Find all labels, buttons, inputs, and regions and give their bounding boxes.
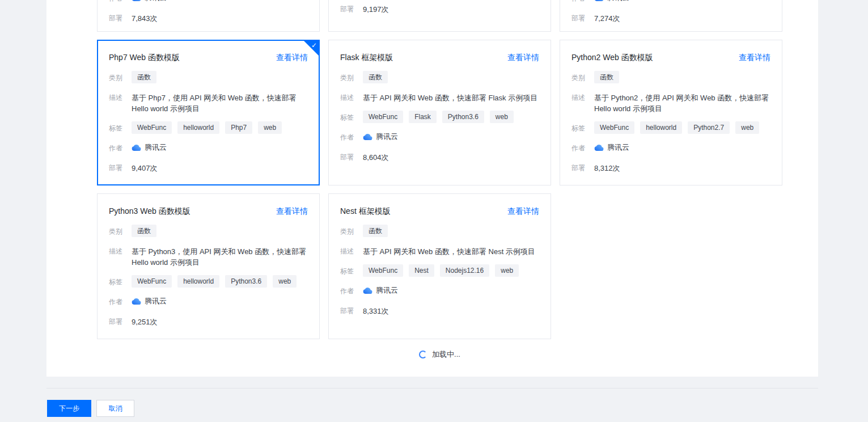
deploys-row: 部署 9,251次 [109, 317, 308, 327]
tag-chip: WebFunc [594, 121, 634, 134]
author-row: 作者 腾讯云 [340, 132, 539, 143]
author-label: 作者 [109, 297, 132, 307]
card-title: Python2 Web 函数模版 [571, 52, 653, 63]
view-details-link[interactable]: 查看详情 [507, 52, 539, 63]
author-label: 作者 [340, 132, 363, 143]
view-details-link[interactable]: 查看详情 [739, 52, 770, 63]
tag-chip: Flask [409, 111, 437, 123]
card-title: Nest 框架模版 [340, 205, 391, 217]
author-row: 作者 腾讯云 [109, 0, 308, 4]
deploys-label: 部署 [109, 163, 132, 174]
category-row: 类别 函数 [340, 226, 539, 237]
author-name: 腾讯云 [607, 142, 629, 153]
deploys-count: 9,251次 [132, 317, 158, 327]
partial-template-card-3[interactable]: 作者 腾讯云 部署 7,274次 [560, 0, 782, 32]
loading-indicator: 加载中... [97, 349, 782, 360]
tencent-cloud-icon [363, 133, 372, 141]
description-text: 基于 API 网关和 Web 函数，快速部署 Nest 示例项目 [363, 246, 535, 257]
author-value: 腾讯云 [594, 0, 629, 3]
tags-label: 标签 [109, 277, 132, 288]
description-label: 描述 [109, 246, 132, 257]
partial-card-content: 作者 腾讯云 部署 7,843次 [109, 0, 308, 24]
next-step-button[interactable]: 下一步 [47, 400, 91, 417]
content-panel: 作者 腾讯云 部署 7,843次 部署 9,197次 [46, 0, 818, 377]
author-label: 作者 [571, 0, 594, 4]
deploys-count: 8,604次 [363, 152, 389, 163]
deploys-label: 部署 [340, 152, 363, 163]
tag-chip: Python3.6 [442, 111, 484, 123]
template-card-5[interactable]: ✓ Nest 框架模版 查看详情 类别 函数 描述 基于 API 网关和 Web… [328, 193, 551, 339]
card-header: Python2 Web 函数模版 查看详情 [571, 52, 770, 63]
tag-chip-list: WebFunchelloworldPython2.7web [594, 121, 759, 134]
footer-divider [46, 388, 818, 389]
view-details-link[interactable]: 查看详情 [276, 205, 308, 217]
author-value: 腾讯云 [132, 0, 167, 3]
deploys-row: 部署 9,197次 [340, 4, 539, 15]
deploys-row: 部署 8,331次 [340, 306, 539, 317]
check-icon: ✓ [311, 41, 317, 50]
tags-label: 标签 [340, 266, 363, 277]
author-value: 腾讯云 [594, 142, 629, 153]
description-text: 基于 Python3，使用 API 网关和 Web 函数，快速部署 Hello … [132, 246, 308, 268]
description-text: 基于 Python2，使用 API 网关和 Web 函数，快速部署 Hello … [594, 92, 770, 114]
author-label: 作者 [571, 143, 594, 154]
template-card-3[interactable]: ✓ Python2 Web 函数模版 查看详情 类别 函数 描述 基于 Pyth… [560, 40, 782, 185]
tags-label: 标签 [571, 123, 594, 134]
author-name: 腾讯云 [145, 0, 167, 3]
template-card-1[interactable]: ✓ Php7 Web 函数模版 查看详情 类别 函数 描述 基于 Php7，使用… [97, 40, 320, 185]
description-row: 描述 基于 API 网关和 Web 函数，快速部署 Nest 示例项目 [340, 246, 539, 257]
template-row-middle: ✓ Php7 Web 函数模版 查看详情 类别 函数 描述 基于 Php7，使用… [97, 40, 818, 185]
tag-chip: WebFunc [132, 121, 172, 134]
partial-template-card-1[interactable]: 作者 腾讯云 部署 7,843次 [97, 0, 320, 32]
category-chip: 函数 [363, 225, 388, 237]
deploys-label: 部署 [109, 317, 132, 327]
tag-chip: web [490, 111, 514, 123]
author-value: 腾讯云 [363, 132, 398, 142]
partial-template-card-2[interactable]: 部署 9,197次 [328, 0, 551, 32]
author-row: 作者 腾讯云 [109, 143, 308, 154]
footer-action-bar: 下一步 取消 [47, 400, 134, 417]
author-value: 腾讯云 [363, 285, 398, 296]
card-header: Nest 框架模版 查看详情 [340, 205, 539, 217]
deploys-count: 9,197次 [363, 4, 389, 15]
tags-row: 标签 WebFuncNestNodejs12.16web [340, 266, 539, 277]
category-chip: 函数 [363, 71, 388, 83]
category-label: 类别 [340, 226, 363, 237]
card-header: Python3 Web 函数模版 查看详情 [109, 205, 308, 217]
author-label: 作者 [109, 143, 132, 154]
category-label: 类别 [340, 73, 363, 83]
author-row: 作者 腾讯云 [109, 297, 308, 307]
author-row: 作者 腾讯云 [340, 286, 539, 297]
category-row: 类别 函数 [340, 73, 539, 83]
template-card-2[interactable]: ✓ Flask 框架模版 查看详情 类别 函数 描述 基于 API 网关和 We… [328, 40, 551, 185]
tencent-cloud-icon [132, 298, 141, 305]
deploys-count: 8,331次 [363, 306, 389, 317]
author-label: 作者 [109, 0, 132, 4]
category-label: 类别 [571, 73, 594, 83]
tag-chip: WebFunc [363, 264, 403, 277]
cancel-button[interactable]: 取消 [96, 400, 134, 417]
template-row-top-clipped: 作者 腾讯云 部署 7,843次 部署 9,197次 [97, 0, 818, 32]
description-text: 基于 Php7，使用 API 网关和 Web 函数，快速部署 Hello wor… [132, 92, 308, 114]
deploys-row: 部署 8,312次 [571, 163, 770, 174]
author-value: 腾讯云 [132, 142, 167, 153]
tencent-cloud-icon [363, 287, 372, 294]
template-card-4[interactable]: ✓ Python3 Web 函数模版 查看详情 类别 函数 描述 基于 Pyth… [97, 193, 320, 339]
deploys-count: 7,843次 [132, 13, 158, 24]
tencent-cloud-icon [132, 0, 141, 2]
view-details-link[interactable]: 查看详情 [507, 205, 539, 217]
author-name: 腾讯云 [607, 0, 629, 3]
tencent-cloud-icon [132, 144, 141, 151]
description-text: 基于 API 网关和 Web 函数，快速部署 Flask 示例项目 [363, 92, 537, 103]
tag-chip: WebFunc [132, 275, 172, 288]
category-chip: 函数 [132, 71, 156, 83]
tag-chip-list: WebFunchelloworldPython3.6web [132, 275, 297, 288]
category-chip: 函数 [594, 71, 619, 83]
deploys-row: 部署 7,274次 [571, 13, 770, 24]
description-label: 描述 [109, 92, 132, 103]
tags-row: 标签 WebFunchelloworldPython2.7web [571, 123, 770, 134]
deploys-row: 部署 8,604次 [340, 152, 539, 163]
tencent-cloud-icon [594, 0, 604, 2]
partial-card-content: 部署 9,197次 [340, 4, 539, 15]
category-chip: 函数 [132, 225, 156, 237]
